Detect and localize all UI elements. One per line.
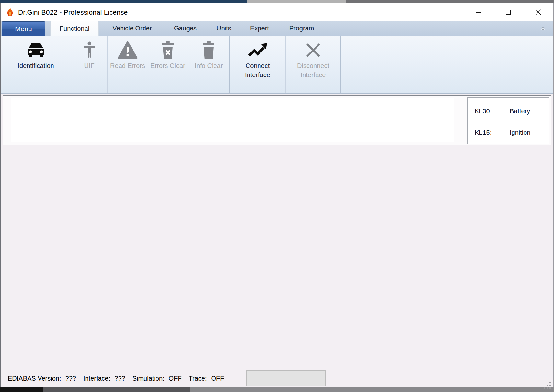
uif-label: UIF <box>84 61 94 70</box>
maximize-icon <box>506 10 511 15</box>
ediabas-version-label: EDIABAS Version: <box>8 375 61 382</box>
identification-button[interactable]: Identification <box>1 36 71 93</box>
tab-expert[interactable]: Expert <box>250 21 269 36</box>
background-strip-bottom-left <box>0 387 43 392</box>
tab-functional[interactable]: Functional <box>50 21 99 36</box>
read-errors-label: Read Errors <box>110 61 145 70</box>
trace-value: OFF <box>211 375 224 382</box>
minimize-icon <box>476 12 481 13</box>
ediabas-version-status: EDIABAS Version: ??? <box>8 375 76 382</box>
menu-button[interactable]: Menu <box>2 21 45 36</box>
disconnect-x-icon <box>304 41 322 60</box>
tab-gauges[interactable]: Gauges <box>174 21 197 36</box>
disconnect-interface-label: Disconnect Interface <box>296 61 331 79</box>
trace-status: Trace: OFF <box>189 375 224 382</box>
kl30-value: Battery <box>510 108 530 115</box>
minimize-button[interactable] <box>473 7 484 18</box>
chevron-up-icon <box>540 26 546 31</box>
person-icon <box>82 41 97 60</box>
simulation-value: OFF <box>169 375 182 382</box>
ediabas-version-value: ??? <box>65 375 76 382</box>
tab-program[interactable]: Program <box>289 21 314 36</box>
ribbon-tabstrip: Menu Functional Vehicle Order Gauges Uni… <box>1 21 553 36</box>
disconnect-interface-button[interactable]: Disconnect Interface <box>286 36 341 93</box>
interface-status: Interface: ??? <box>83 375 125 382</box>
background-strip-bottom-mid <box>43 387 190 392</box>
warning-triangle-icon <box>118 41 138 60</box>
simulation-status: Simulation: OFF <box>133 375 182 382</box>
background-strip-top-mid <box>247 0 346 3</box>
window-controls <box>473 3 544 21</box>
read-errors-button[interactable]: Read Errors <box>108 36 148 93</box>
progress-bar <box>246 370 326 386</box>
maximize-button[interactable] <box>503 7 514 18</box>
uif-button[interactable]: UIF <box>71 36 108 93</box>
car-icon <box>27 41 45 60</box>
tab-units[interactable]: Units <box>216 21 231 36</box>
background-strip-top-left <box>0 0 247 3</box>
ribbon-collapse-button[interactable] <box>540 26 546 31</box>
connect-arrow-icon <box>248 41 268 60</box>
connection-status-panel: KL30: Battery KL15: Ignition <box>467 97 549 144</box>
application-window: Dr.Gini B022 - Professional License Menu… <box>0 0 554 392</box>
window-title: Dr.Gini B022 - Professional License <box>18 8 128 16</box>
info-clear-label: Info Clear <box>195 61 223 70</box>
trash-icon <box>202 41 216 60</box>
connect-interface-button[interactable]: Connect Interface <box>230 36 286 93</box>
kl15-label: KL15: <box>475 129 491 136</box>
resize-grip[interactable] <box>543 381 553 391</box>
info-clear-button[interactable]: Info Clear <box>188 36 230 93</box>
background-strip-bottom-right <box>190 387 554 392</box>
connect-interface-label: Connect Interface <box>240 61 275 79</box>
tab-vehicle-order[interactable]: Vehicle Order <box>112 21 152 36</box>
kl15-value: Ignition <box>510 129 531 136</box>
identification-label: Identification <box>17 61 54 70</box>
interface-label: Interface: <box>83 375 110 382</box>
close-button[interactable] <box>533 7 544 18</box>
ribbon-toolbar: Identification UIF <box>1 36 553 94</box>
titlebar: Dr.Gini B022 - Professional License <box>1 3 553 21</box>
kl30-row: KL30: Battery <box>468 106 549 117</box>
kl30-label: KL30: <box>475 108 491 115</box>
background-strip-top-right <box>346 0 554 3</box>
close-icon <box>536 9 541 15</box>
errors-clear-button[interactable]: Errors Clear <box>148 36 188 93</box>
interface-value: ??? <box>114 375 125 382</box>
simulation-label: Simulation: <box>133 375 165 382</box>
errors-clear-label: Errors Clear <box>150 61 185 70</box>
flame-icon <box>6 7 14 17</box>
trash-delete-icon <box>161 41 175 60</box>
trace-label: Trace: <box>189 375 207 382</box>
results-panel <box>11 98 454 142</box>
kl15-row: KL15: Ignition <box>468 128 549 139</box>
